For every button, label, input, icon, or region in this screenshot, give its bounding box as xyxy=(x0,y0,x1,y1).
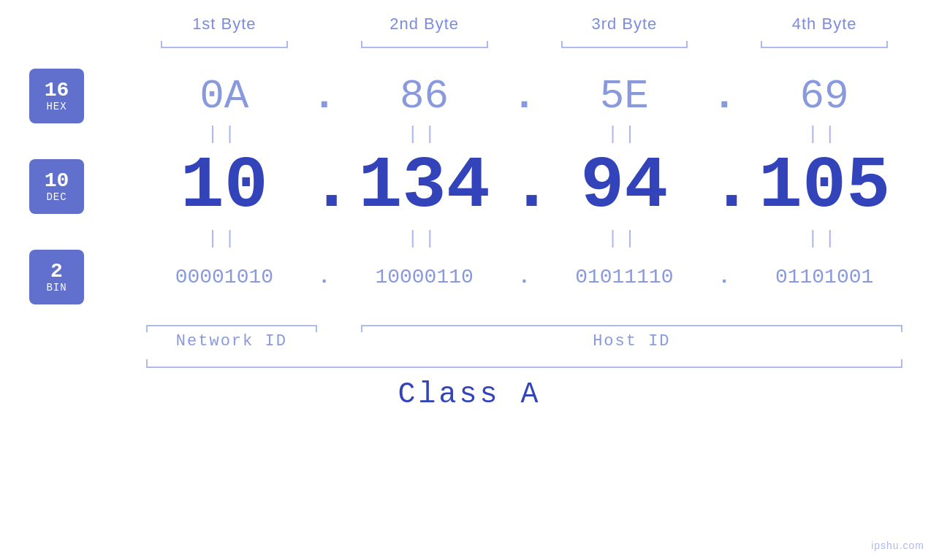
bin-row: 2 BIN 00001010 . 10000110 . 01011110 . 0… xyxy=(29,250,910,304)
eq-1-2: || xyxy=(339,123,510,145)
dec-val-1: 10 xyxy=(139,145,310,228)
eq-2-2: || xyxy=(339,228,510,250)
hex-val-3: 5E xyxy=(539,73,710,120)
byte3-header: 3rd Byte xyxy=(539,15,710,34)
hex-dot-3: . xyxy=(710,76,739,117)
hex-row: 16 HEX 0A . 86 . 5E . 69 xyxy=(29,69,910,123)
host-id-label: Host ID xyxy=(354,332,910,350)
eq-1-1: || xyxy=(139,123,310,145)
dec-val-4: 105 xyxy=(739,145,910,228)
network-id-label: Network ID xyxy=(139,332,324,350)
hex-dot-1: . xyxy=(310,76,339,117)
hex-val-2: 86 xyxy=(339,73,510,120)
bin-dot-2: . xyxy=(510,267,539,288)
hex-dot-2: . xyxy=(510,76,539,117)
byte2-header: 2nd Byte xyxy=(339,15,510,34)
id-labels: Network ID Host ID xyxy=(29,332,910,350)
bin-val-1: 00001010 xyxy=(139,266,310,288)
bin-val-3: 01011110 xyxy=(539,266,710,288)
watermark: ipshu.com xyxy=(871,540,924,551)
hex-val-1: 0A xyxy=(139,73,310,120)
dec-badge-number: 10 xyxy=(45,171,69,191)
bottom-brackets xyxy=(29,312,910,326)
dec-dot-2: . xyxy=(510,150,539,223)
class-label: Class A xyxy=(29,378,910,411)
eq-1-3: || xyxy=(539,123,710,145)
bin-badge-label: BIN xyxy=(46,282,66,294)
bin-badge: 2 BIN xyxy=(29,250,84,304)
dec-badge-label: DEC xyxy=(46,191,66,203)
eq-2-1: || xyxy=(139,228,310,250)
dec-dot-3: . xyxy=(710,150,739,223)
dec-val-2: 134 xyxy=(339,145,510,228)
dec-val-3: 94 xyxy=(539,145,710,228)
dec-row: 10 DEC 10 . 134 . 94 . 105 xyxy=(29,145,910,228)
class-bracket xyxy=(29,359,910,372)
hex-val-4: 69 xyxy=(739,73,910,120)
dec-badge: 10 DEC xyxy=(29,159,84,214)
eq-2-4: || xyxy=(739,228,910,250)
byte4-header: 4th Byte xyxy=(739,15,910,34)
eq-1-4: || xyxy=(739,123,910,145)
bin-badge-number: 2 xyxy=(50,261,63,282)
dec-dot-1: . xyxy=(310,150,339,223)
bin-val-2: 10000110 xyxy=(339,266,510,288)
hex-badge: 16 HEX xyxy=(29,69,84,123)
eq-2-3: || xyxy=(539,228,710,250)
bin-dot-3: . xyxy=(710,267,739,288)
bin-dot-1: . xyxy=(310,267,339,288)
equals-row-1: || || || || xyxy=(29,123,910,145)
hex-badge-label: HEX xyxy=(46,101,66,112)
hex-badge-number: 16 xyxy=(45,80,69,101)
bin-val-4: 01101001 xyxy=(739,266,910,288)
byte1-header: 1st Byte xyxy=(139,15,310,34)
equals-row-2: || || || || xyxy=(29,228,910,250)
